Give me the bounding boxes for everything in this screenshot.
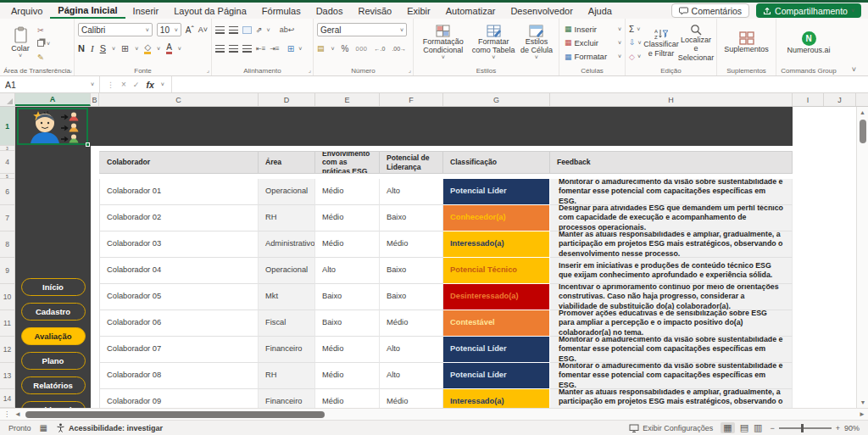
addins-button[interactable]: Suplementos bbox=[721, 22, 772, 64]
align-right-button[interactable] bbox=[242, 45, 252, 53]
insert-function-icon[interactable]: fx bbox=[146, 80, 153, 90]
conditional-formatting-button[interactable]: Formatação Condicional ˅ bbox=[417, 22, 470, 64]
row-header-8[interactable]: 8 bbox=[0, 231, 14, 258]
underline-button[interactable]: S bbox=[100, 43, 106, 53]
find-select-button[interactable]: Localizar e Selecionar bbox=[679, 22, 713, 64]
column-header-E[interactable]: E bbox=[315, 93, 380, 106]
row-header-12[interactable]: 12 bbox=[0, 337, 14, 363]
cell-colaborador-9[interactable]: Colaborador 09 bbox=[99, 389, 259, 408]
page-layout-view-button[interactable]: ▤ bbox=[740, 422, 748, 433]
cell-area-8[interactable]: RH bbox=[259, 363, 315, 389]
column-header-C[interactable]: C bbox=[99, 93, 259, 106]
align-top-button[interactable] bbox=[215, 26, 225, 34]
row-header-4[interactable]: 4 bbox=[0, 151, 14, 174]
cell-envolvimento-3[interactable]: Médio bbox=[315, 231, 380, 258]
shrink-font-button[interactable]: A˅ bbox=[198, 25, 208, 34]
cell-potencial-4[interactable]: Baixo bbox=[380, 258, 443, 284]
column-header-A[interactable]: A bbox=[15, 93, 91, 106]
percent-button[interactable]: % bbox=[342, 44, 349, 53]
cell-potencial-8[interactable]: Alto bbox=[380, 363, 443, 389]
cell-feedback-3[interactable]: Manter as atuais responsabilidades e amp… bbox=[550, 231, 793, 258]
cell-area-9[interactable]: Financeiro bbox=[259, 389, 315, 408]
bold-button[interactable]: N bbox=[78, 43, 85, 53]
cell-area-4[interactable]: Operacional bbox=[259, 258, 315, 284]
align-bottom-button[interactable] bbox=[242, 26, 252, 34]
table-header-5[interactable]: Feedback bbox=[550, 151, 793, 174]
accessibility-status[interactable]: Acessibilidade: investigar bbox=[56, 423, 163, 432]
row-header-13[interactable]: 13 bbox=[0, 363, 14, 389]
menu-tab-arquivo[interactable]: Arquivo bbox=[3, 3, 50, 19]
align-middle-button[interactable] bbox=[229, 26, 238, 34]
column-header-I[interactable]: I bbox=[793, 93, 824, 106]
cell-colaborador-6[interactable]: Colaborador 06 bbox=[99, 310, 259, 337]
sort-filter-button[interactable]: AZ Classificar e Filtrar bbox=[643, 22, 679, 64]
font-size-combo[interactable]: 10˅ bbox=[157, 23, 181, 36]
decrease-decimal-button[interactable]: .00→ bbox=[392, 46, 406, 52]
share-button[interactable]: Compartilhamento ˅ bbox=[756, 3, 861, 18]
column-header-H[interactable]: H bbox=[550, 93, 793, 106]
cell-feedback-5[interactable]: Incentivar o aprimoramento contínuo por … bbox=[550, 284, 793, 310]
vertical-scroll-thumb[interactable] bbox=[860, 120, 866, 143]
cell-feedback-2[interactable]: Designar para atividades ESG que demande… bbox=[550, 205, 793, 231]
cell-colaborador-2[interactable]: Colaborador 02 bbox=[99, 205, 259, 231]
wrap-text-button[interactable]: ab↩ bbox=[280, 25, 295, 34]
row-header-10[interactable]: 10 bbox=[0, 284, 14, 310]
row-header-9[interactable]: 9 bbox=[0, 258, 14, 284]
increase-decimal-button[interactable]: ←.0 bbox=[375, 46, 386, 52]
sidebar-button-plano[interactable]: Plano bbox=[21, 352, 86, 370]
sidebar-button-dashboards[interactable]: Dashboards bbox=[21, 401, 86, 408]
formula-drag-dots[interactable]: ⋮ bbox=[107, 81, 114, 89]
grow-font-button[interactable]: Aˆ bbox=[186, 25, 194, 35]
tab-splitter-dots[interactable]: ⋮ bbox=[3, 410, 10, 418]
row-header-7[interactable]: 7 bbox=[0, 205, 14, 231]
menu-tab-layout-da-página[interactable]: Layout da Página bbox=[166, 3, 254, 19]
table-header-2[interactable]: Envolvimento com as práticas ESG bbox=[315, 151, 380, 174]
paste-button[interactable]: Colar ˅ bbox=[3, 22, 37, 64]
cell-envolvimento-2[interactable]: Médio bbox=[315, 205, 380, 231]
increase-indent-button[interactable]: ⇥≡ bbox=[270, 45, 279, 53]
cell-envolvimento-9[interactable]: Médio bbox=[315, 389, 380, 408]
selection-handle[interactable] bbox=[86, 142, 90, 147]
cell-feedback-7[interactable]: Monitorar o amadurecimento da visão sobr… bbox=[550, 337, 793, 363]
cell-feedback-1[interactable]: Monitorar o amadurecimento da visão sobr… bbox=[550, 179, 793, 205]
cell-feedback-9[interactable]: Manter as atuais responsabilidades e amp… bbox=[550, 389, 793, 408]
cell-area-1[interactable]: Operacional bbox=[259, 179, 315, 205]
scroll-up-arrow[interactable]: ▲ bbox=[857, 107, 868, 118]
row-header-1[interactable]: 1 bbox=[0, 107, 14, 146]
cell-colaborador-5[interactable]: Colaborador 05 bbox=[99, 284, 259, 310]
zoom-out-button[interactable]: − bbox=[770, 424, 774, 432]
macro-record-icon[interactable]: ▦ bbox=[40, 423, 47, 432]
table-header-3[interactable]: Potencial de Liderança bbox=[380, 151, 443, 174]
menu-tab-página-inicial[interactable]: Página Inicial bbox=[50, 3, 125, 19]
name-box[interactable]: A1 ˅ bbox=[0, 76, 100, 92]
row-header-11[interactable]: 11 bbox=[0, 310, 14, 337]
scroll-right-arrow[interactable]: ► bbox=[859, 410, 865, 418]
cancel-entry-icon[interactable]: × bbox=[121, 80, 126, 89]
menu-tab-exibir[interactable]: Exibir bbox=[399, 3, 438, 19]
copy-button[interactable]: ˅ bbox=[37, 37, 50, 50]
page-break-view-button[interactable]: ▥ bbox=[754, 422, 762, 433]
row-header-14[interactable]: 14 bbox=[0, 389, 14, 408]
column-header-D[interactable]: D bbox=[259, 93, 315, 106]
cell-area-7[interactable]: Financeiro bbox=[259, 337, 315, 363]
font-color-button[interactable]: A bbox=[166, 42, 172, 54]
select-all-corner[interactable] bbox=[0, 93, 15, 106]
cell-classificacao-5[interactable]: Desinteressado(a) bbox=[443, 284, 550, 310]
cell-classificacao-7[interactable]: Potencial Líder bbox=[443, 337, 550, 363]
collapse-ribbon-chevron[interactable]: ˅ bbox=[852, 65, 856, 74]
alignment-dialog-launcher[interactable]: ⌟ bbox=[309, 67, 311, 74]
cell-potencial-6[interactable]: Médio bbox=[380, 310, 443, 337]
orientation-button[interactable]: ⇗ bbox=[256, 25, 263, 34]
cell-potencial-7[interactable]: Alto bbox=[380, 337, 443, 363]
table-header-1[interactable]: Área bbox=[259, 151, 315, 174]
zoom-slider-thumb[interactable] bbox=[801, 424, 804, 432]
cell-potencial-9[interactable]: Médio bbox=[380, 389, 443, 408]
menu-tab-desenvolvedor[interactable]: Desenvolvedor bbox=[503, 3, 580, 19]
cell-potencial-5[interactable]: Baixo bbox=[380, 284, 443, 310]
fill-color-button[interactable]: ◇ bbox=[144, 42, 151, 54]
zoom-in-button[interactable]: + bbox=[836, 424, 840, 432]
align-center-button[interactable] bbox=[229, 45, 238, 53]
horizontal-scrollbar[interactable]: ⋮ ◄ ► bbox=[0, 408, 868, 420]
font-dialog-launcher[interactable]: ⌟ bbox=[207, 67, 209, 74]
cell-colaborador-4[interactable]: Colaborador 04 bbox=[99, 258, 259, 284]
